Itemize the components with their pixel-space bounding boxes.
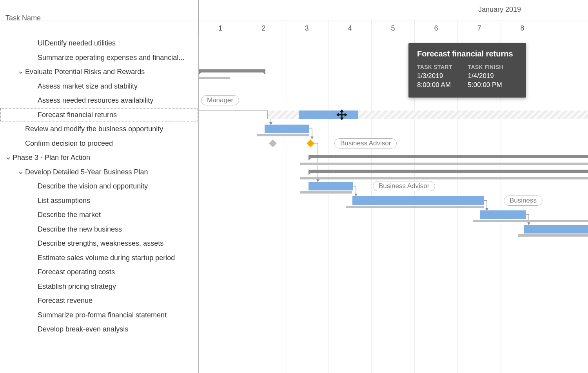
task-row[interactable]: Forecast operating costs	[0, 265, 198, 279]
task-label: Develop break-even analysis	[38, 325, 128, 333]
task-row[interactable]: Develop Detailed 5-Year Business Plan	[0, 165, 198, 179]
task-row[interactable]: Forecast financial returns	[0, 108, 198, 122]
day-header-cell[interactable]: 3	[285, 20, 328, 36]
task-row[interactable]: Establish pricing strategy	[0, 279, 198, 294]
task-bar[interactable]	[309, 182, 353, 190]
task-row[interactable]: Summarize pro-forma financial statement	[0, 308, 198, 322]
task-label: List assumptions	[38, 197, 90, 205]
task-label: Assess needed resources availability	[38, 96, 153, 104]
summary-bar[interactable]	[309, 170, 588, 173]
task-label: Assess market size and stability	[38, 82, 138, 90]
svg-rect-11	[338, 114, 345, 115]
task-label: Review and modify the business opportuni…	[25, 125, 163, 133]
gantt-row[interactable]	[199, 279, 588, 294]
gantt-root: Task Name January 2019 12345678 UIDentif…	[0, 0, 588, 373]
task-tree: UIDentify needed utilitiesSummarize oper…	[0, 36, 198, 337]
task-row[interactable]: Assess needed resources availability	[0, 93, 198, 108]
day-header-cell[interactable]: 1	[199, 20, 242, 36]
gantt-row[interactable]	[199, 108, 588, 122]
day-header-cell[interactable]: 4	[328, 20, 371, 36]
summary-bar[interactable]	[309, 155, 588, 158]
gantt-row[interactable]	[199, 150, 588, 165]
task-row[interactable]: Phase 3 - Plan for Action	[0, 150, 198, 165]
move-cursor-icon	[336, 109, 348, 121]
task-name-column-header[interactable]: Task Name	[0, 0, 198, 36]
milestone-marker[interactable]	[307, 139, 314, 147]
tooltip-start-date: 1/3/2019	[417, 72, 452, 81]
gantt-row[interactable]	[199, 236, 588, 251]
task-row[interactable]: List assumptions	[0, 194, 198, 208]
task-row[interactable]: Forecast revenue	[0, 293, 198, 308]
gantt-row[interactable]	[199, 265, 588, 279]
day-header-cell[interactable]: 7	[457, 20, 501, 36]
task-label: Forecast financial returns	[38, 111, 117, 119]
tooltip-finish-date: 1/4/2019	[468, 72, 503, 81]
gantt-row[interactable]	[199, 65, 588, 79]
task-label: Forecast operating costs	[38, 268, 115, 276]
task-bar[interactable]	[352, 196, 484, 205]
task-row[interactable]: Evaluate Potential Risks and Rewards	[0, 65, 198, 79]
assignee-pill: Manager	[201, 95, 239, 105]
gantt-row[interactable]	[199, 51, 588, 65]
task-bar[interactable]	[299, 110, 358, 119]
gantt-chart-area[interactable]: ManagerBusiness AdvisorBusiness AdvisorB…	[199, 36, 588, 373]
tooltip-start-label: TASK START	[417, 64, 452, 70]
task-row[interactable]: Describe the vision and opportunity	[0, 179, 198, 194]
day-header-cell[interactable]: 8	[501, 20, 544, 36]
gantt-row[interactable]	[199, 251, 588, 265]
task-label: Forecast revenue	[38, 297, 93, 304]
day-header-cell[interactable]: 2	[242, 20, 285, 36]
day-header-cell[interactable]: 6	[414, 20, 457, 36]
task-row[interactable]: UIDentify needed utilities	[0, 36, 198, 51]
assignee-pill: Business Advisor	[334, 138, 397, 148]
gantt-row[interactable]	[199, 122, 588, 136]
task-label: Describe the new business	[38, 225, 122, 233]
task-label: Develop Detailed 5-Year Business Plan	[25, 168, 148, 176]
task-label: Phase 3 - Plan for Action	[13, 154, 90, 161]
gantt-row[interactable]: Manager	[199, 93, 588, 108]
gantt-row[interactable]	[199, 79, 588, 94]
chevron-down-icon[interactable]	[5, 151, 11, 165]
month-label: January 2019	[478, 5, 521, 14]
task-label: Describe the vision and opportunity	[38, 182, 148, 190]
task-row[interactable]: Summarize operating expenses and financi…	[0, 51, 198, 65]
gantt-row[interactable]	[199, 222, 588, 237]
task-row[interactable]: Assess market size and stability	[0, 79, 198, 94]
task-row[interactable]: Estimate sales volume during startup per…	[0, 251, 198, 265]
task-row[interactable]: Describe the market	[0, 208, 198, 222]
task-row[interactable]: Describe the new business	[0, 222, 198, 237]
chevron-down-icon[interactable]	[18, 165, 24, 179]
summary-bar[interactable]	[199, 69, 265, 72]
task-label: Describe the market	[38, 211, 101, 219]
task-row[interactable]: Review and modify the business opportuni…	[0, 122, 198, 136]
task-label: Estimate sales volume during startup per…	[38, 254, 175, 262]
task-name-header-label: Task Name	[5, 14, 41, 22]
task-label: UIDentify needed utilities	[38, 39, 116, 47]
gantt-row[interactable]	[199, 322, 588, 337]
task-bar[interactable]	[265, 125, 309, 133]
assignee-pill: Business	[504, 196, 543, 206]
task-label: Summarize pro-forma financial statement	[38, 311, 167, 319]
task-label: Evaluate Potential Risks and Rewards	[25, 68, 145, 76]
task-label: Confirm decision to proceed	[25, 139, 113, 147]
gantt-row[interactable]: Business Advisor	[199, 179, 588, 194]
task-bar[interactable]	[480, 210, 526, 219]
gantt-row[interactable]: Business	[199, 194, 588, 208]
gantt-row[interactable]	[199, 165, 588, 179]
day-header-cell[interactable]: 5	[371, 20, 414, 36]
gantt-row[interactable]: Business Advisor	[199, 136, 588, 151]
gantt-row[interactable]	[199, 293, 588, 308]
task-label: Establish pricing strategy	[38, 282, 116, 290]
chevron-down-icon[interactable]	[18, 65, 24, 79]
tooltip-finish-time: 5:00:00 PM	[468, 81, 503, 90]
milestone-marker[interactable]	[269, 139, 277, 147]
task-row[interactable]: Develop break-even analysis	[0, 322, 198, 337]
task-tooltip: Forecast financial returns TASK START 1/…	[408, 43, 526, 98]
gantt-row[interactable]	[199, 36, 588, 51]
task-bar[interactable]	[524, 225, 588, 234]
task-row[interactable]: Confirm decision to proceed	[0, 136, 198, 151]
task-row[interactable]: Describe strengths, weaknesses, assets	[0, 236, 198, 251]
gantt-row[interactable]	[199, 208, 588, 222]
tooltip-finish-label: TASK FINISH	[468, 64, 503, 70]
gantt-row[interactable]	[199, 308, 588, 322]
